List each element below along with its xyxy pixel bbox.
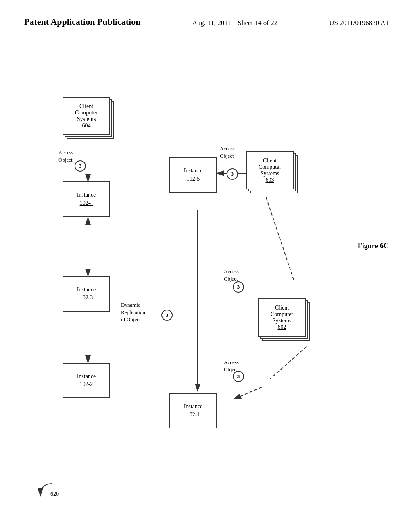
ccs603-label: Client Computer Systems 603 bbox=[259, 158, 281, 183]
ccs604-label: Client Computer Systems 604 bbox=[75, 103, 98, 129]
ccs604-stack: Client Computer Systems 604 bbox=[63, 97, 115, 141]
circle-marker-right-top: 3 bbox=[227, 168, 238, 180]
dashed-arrow-ao-bot-to-instance1 bbox=[234, 387, 262, 399]
sheet-info: Sheet 14 of 22 bbox=[238, 19, 278, 27]
circle-marker-dynamic-rep: 3 bbox=[161, 310, 173, 321]
ref-620-area: 620 bbox=[36, 480, 60, 501]
instance-102-box: Instance 102-2 bbox=[63, 363, 110, 398]
dashed-line-603-to-ao-mid bbox=[266, 197, 294, 282]
patent-number: US 2011/0196830 A1 bbox=[329, 16, 389, 28]
instance-101-box: Instance 102-1 bbox=[169, 393, 217, 428]
publication-title: Patent Application Publication bbox=[24, 16, 140, 28]
ccs602-stack: Client Computer Systems 602 bbox=[258, 298, 311, 343]
instance-104-box: Instance 102-4 bbox=[63, 181, 110, 217]
ccs602-layer1: Client Computer Systems 602 bbox=[258, 298, 306, 337]
ccs603-layer1: Client Computer Systems 603 bbox=[246, 151, 294, 189]
circle-marker-left-access: 3 bbox=[75, 160, 86, 172]
instance-103-box: Instance 102-3 bbox=[63, 276, 110, 312]
ccs604-layer1: Client Computer Systems 604 bbox=[63, 97, 110, 135]
instance-105-box: Instance 102-5 bbox=[169, 157, 217, 193]
ccs603-stack: Client Computer Systems 603 bbox=[246, 151, 298, 195]
circle-marker-right-mid: 3 bbox=[233, 281, 244, 293]
pub-date: Aug. 11, 2011 bbox=[192, 19, 231, 27]
arrows-svg bbox=[0, 48, 413, 524]
ref-620-label: 620 bbox=[50, 491, 59, 497]
access-object-label-mid-right: Access Object bbox=[224, 268, 239, 283]
access-object-label-left: Access Object bbox=[58, 149, 73, 164]
diagram-area: Client Computer Systems 604 Access Objec… bbox=[0, 48, 413, 524]
access-object-label-top-right: Access Object bbox=[220, 145, 235, 160]
publication-date-sheet: Aug. 11, 2011 Sheet 14 of 22 bbox=[192, 16, 278, 28]
dashed-line-ccs602-to-ao-bot bbox=[270, 347, 307, 379]
circle-marker-right-bot: 3 bbox=[233, 371, 244, 382]
figure-label: Figure 6C bbox=[358, 242, 389, 250]
page-header: Patent Application Publication Aug. 11, … bbox=[0, 0, 413, 28]
ccs602-label: Client Computer Systems 602 bbox=[271, 305, 293, 330]
dynamic-replication-label: Dynamic Replication of Object bbox=[121, 301, 145, 324]
